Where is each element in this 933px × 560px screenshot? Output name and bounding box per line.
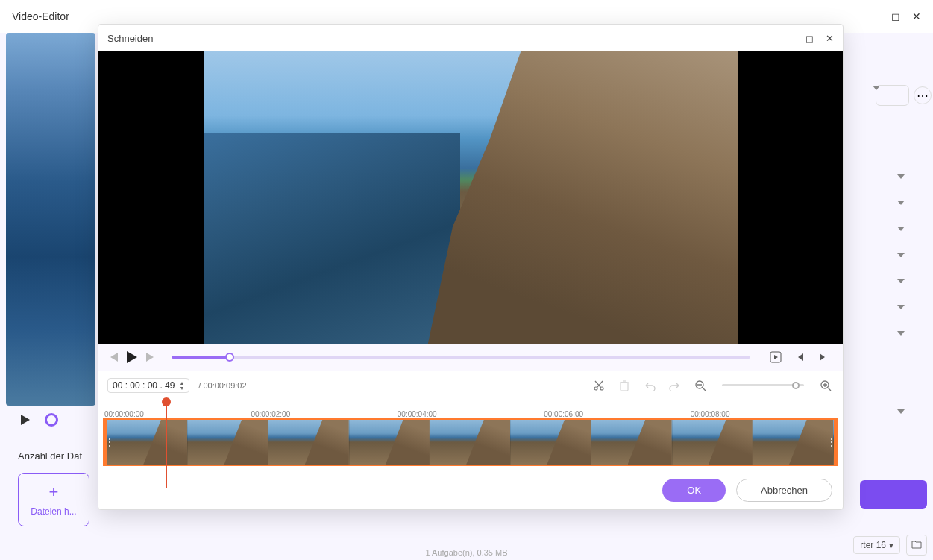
dialog-footer: OK Abbrechen xyxy=(98,471,843,509)
close-icon[interactable]: ✕ xyxy=(912,10,921,22)
redo-icon xyxy=(667,377,683,394)
chevron-down-icon[interactable] xyxy=(897,201,905,205)
svg-rect-3 xyxy=(621,383,628,391)
right-dropdown[interactable] xyxy=(876,85,909,106)
chevron-down-icon[interactable] xyxy=(897,253,905,257)
maximize-icon[interactable]: ◻ xyxy=(891,10,900,22)
zoom-thumb[interactable] xyxy=(792,382,800,389)
clip-thumbnail xyxy=(107,420,188,465)
status-bar: 1 Aufgabe(n), 0.35 MB xyxy=(425,548,507,557)
delete-icon xyxy=(616,377,632,394)
undo-icon xyxy=(641,377,658,394)
playback-controls xyxy=(98,344,843,371)
video-frame xyxy=(204,51,738,344)
chevron-down-icon[interactable] xyxy=(897,279,905,283)
sidebar-controls xyxy=(21,413,58,427)
chevron-down-icon[interactable] xyxy=(897,305,905,309)
timeline-ruler[interactable]: 00:00:00:00 00:00:02:00 00:00:04:00 00:0… xyxy=(98,400,843,418)
chevron-down-icon[interactable] xyxy=(897,409,905,414)
chevron-down-icon: ▾ xyxy=(889,540,893,550)
main-window-buttons: ◻ ✕ xyxy=(891,10,921,22)
ok-button[interactable]: OK xyxy=(662,479,726,502)
timeline-toolbar: 00 : 00 : 00 . 49 ▲▼ / 00:00:09:02 xyxy=(98,371,843,400)
clip-thumbnail xyxy=(268,420,349,465)
clip-thumbnail xyxy=(350,420,430,465)
chevron-down-icon[interactable] xyxy=(897,174,905,179)
dialog-close-icon[interactable]: ✕ xyxy=(826,33,834,44)
add-files-button[interactable]: + Dateien h... xyxy=(18,473,89,526)
total-time-label: / 00:00:09:02 xyxy=(198,381,246,390)
svg-point-1 xyxy=(594,387,597,390)
app-title: Video-Editor xyxy=(12,10,69,22)
more-options-button[interactable]: ⋯ xyxy=(914,86,932,104)
current-time-input[interactable]: 00 : 00 : 00 . 49 ▲▼ xyxy=(107,378,189,393)
play-icon[interactable] xyxy=(21,415,30,425)
format-dropdown[interactable]: rter 16▾ xyxy=(853,536,900,554)
video-preview[interactable] xyxy=(98,51,843,344)
cancel-button[interactable]: Abbrechen xyxy=(736,479,832,502)
clip-thumbnail xyxy=(430,420,511,465)
next-frame-icon[interactable] xyxy=(146,353,154,362)
play-icon[interactable] xyxy=(127,351,137,363)
zoom-out-icon[interactable] xyxy=(692,377,709,394)
clip-track[interactable] xyxy=(103,418,838,466)
chevron-down-icon[interactable] xyxy=(897,331,905,336)
clip-thumbnail xyxy=(511,420,591,465)
plus-icon: + xyxy=(49,482,59,502)
timeline-area: 00:00:00:00 00:00:02:00 00:00:04:00 00:0… xyxy=(98,400,843,471)
dialog-maximize-icon[interactable]: ◻ xyxy=(805,33,814,44)
file-count-label: Anzahl der Dat xyxy=(18,450,82,462)
clip-thumbnail xyxy=(753,420,834,465)
clip-thumbnail xyxy=(591,420,672,465)
prev-frame-icon[interactable] xyxy=(110,353,118,362)
zoom-slider[interactable] xyxy=(722,384,804,386)
chevron-down-icon[interactable] xyxy=(897,227,905,231)
bottom-toolbar: rter 16▾ xyxy=(853,535,927,556)
progress-thumb[interactable] xyxy=(225,353,234,362)
skip-back-icon[interactable] xyxy=(792,350,807,365)
clip-thumbnail xyxy=(673,420,753,465)
cut-dialog: Schneiden ◻ ✕ 00 : 00 : 00 . 49 ▲▼ / 00:… xyxy=(98,24,844,510)
skip-forward-icon[interactable] xyxy=(816,350,831,365)
play-forward-icon[interactable] xyxy=(768,350,783,365)
chevron-down-icon xyxy=(873,86,880,90)
record-marker-icon[interactable] xyxy=(45,413,58,427)
playhead[interactable] xyxy=(166,400,167,488)
add-files-label: Dateien h... xyxy=(31,506,76,517)
time-stepper[interactable]: ▲▼ xyxy=(179,380,184,391)
clip-thumbnail xyxy=(188,420,268,465)
open-folder-button[interactable] xyxy=(906,535,927,556)
cut-icon[interactable] xyxy=(591,377,607,394)
primary-action-button[interactable] xyxy=(860,480,927,509)
progress-fill xyxy=(172,356,230,359)
zoom-in-icon[interactable] xyxy=(817,377,834,394)
svg-point-2 xyxy=(600,387,603,390)
dialog-header: Schneiden ◻ ✕ xyxy=(98,25,843,51)
dialog-title: Schneiden xyxy=(107,33,153,44)
progress-slider[interactable] xyxy=(172,356,750,359)
sidebar-video-thumbnail[interactable] xyxy=(6,33,95,406)
